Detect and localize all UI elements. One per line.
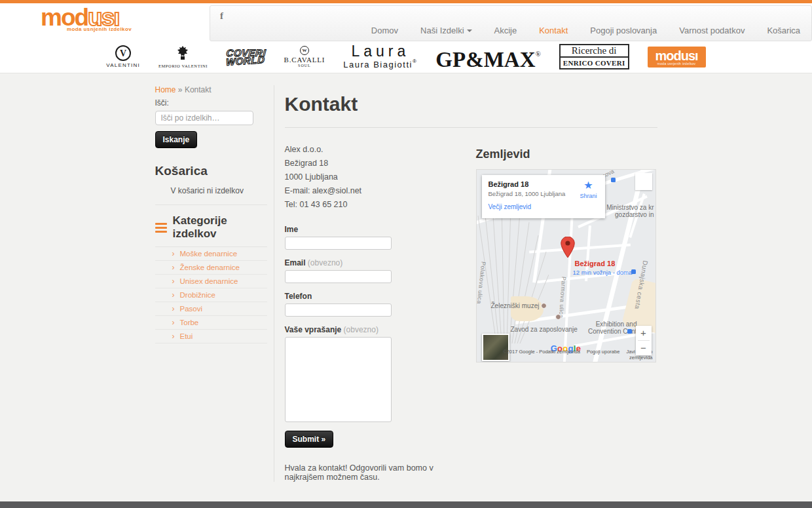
sidebar-item-zenske-denarnice[interactable]: ›Ženske denarnice: [155, 261, 267, 275]
map-title: Zemljevid: [476, 147, 657, 161]
terms-link[interactable]: Pogoji uporabe: [587, 349, 619, 355]
sidebar-item-etui[interactable]: ›Etui: [155, 330, 267, 343]
brand-modusi: modusı moda usnjenih izdelkov: [648, 47, 706, 68]
map-copyright: ©2017 Google - Podatki zemljevida: [503, 349, 580, 355]
sidebar-item-torbe[interactable]: ›Torbe: [155, 316, 267, 330]
phone-field[interactable]: [285, 303, 392, 317]
main-nav: Domov Naši Izdelki Akcije Kontakt Pogoji…: [371, 26, 800, 35]
poi-ministrstvo: Ministrstvo za kr gozdarstvo in: [606, 204, 654, 218]
sidebar-item-unisex-denarnice[interactable]: ›Unisex denarnice: [155, 275, 267, 288]
nav-item-kontakt[interactable]: Kontakt: [539, 26, 568, 35]
breadcrumb-current: Kontakt: [185, 85, 212, 94]
map-fullscreen-button[interactable]: [635, 173, 652, 190]
sidebar-item-moske-denarnice[interactable]: ›Moške denarnice: [155, 247, 267, 261]
question-required-note: (obvezno): [344, 325, 378, 334]
zoom-in-button[interactable]: +: [636, 326, 652, 340]
arrow-right-icon: ›: [172, 264, 175, 271]
poi-zavod: Zavod za zaposlovanje: [511, 326, 578, 333]
content-area: Home » Kontakt Išči: Iskanje Košarica V …: [0, 73, 812, 482]
map-pin-icon[interactable]: [561, 237, 575, 261]
breadcrumb-home-link[interactable]: Home: [155, 85, 176, 94]
search-label: Išči:: [155, 98, 267, 107]
map-info-card: Bežigrad 18 Bežigrad 18, 1000 Ljubljana …: [482, 175, 605, 218]
larger-map-link[interactable]: Večji zemljevid: [489, 203, 599, 210]
brand-logo-strip: V VALENTINI EMPORIO VALENTINI COVERI WOR…: [0, 41, 812, 73]
site-footer: Moda usnjenih izdelkov Bežigrad 18 1000 …: [0, 501, 812, 508]
page-title: Kontakt: [285, 93, 657, 115]
marker-route-label[interactable]: 12 min vožnja - doma: [573, 269, 633, 276]
name-field-label: Ime: [285, 225, 467, 234]
facebook-icon[interactable]: f: [220, 10, 223, 22]
arrow-right-icon: ›: [172, 292, 175, 298]
address-line: 1000 Ljubljana: [285, 172, 467, 182]
arrow-right-icon: ›: [172, 278, 175, 284]
brand-emporio-valentini: EMPORIO VALENTINI: [158, 46, 208, 68]
question-field[interactable]: [285, 337, 392, 422]
poi-zelezniski-muzej: Železniški muzej: [491, 302, 547, 309]
b-cavalli-emblem-icon: W: [300, 46, 309, 55]
valentini-monogram-icon: V: [115, 45, 131, 61]
address-line: E-mail: alex@siol.net: [285, 186, 467, 195]
cart-empty-text: V košarici ni izdelkov: [155, 186, 267, 205]
name-field[interactable]: [285, 237, 392, 250]
save-place-button[interactable]: ★ Shrani: [580, 180, 597, 199]
sidebar: Home » Kontakt Išči: Iskanje Košarica V …: [155, 85, 274, 482]
thanks-message: Hvala za kontakt! Odgovorili vam bomo v …: [285, 463, 467, 482]
brand-coveri-world: COVERI WORLD: [225, 49, 267, 65]
address-line: Alex d.o.o.: [285, 145, 467, 154]
breadcrumb: Home » Kontakt: [155, 85, 267, 94]
nav-item-kosarica[interactable]: Košarica: [767, 26, 800, 35]
question-field-label: Vaše vprašanje: [285, 325, 342, 334]
facebook-widget: f: [210, 5, 812, 41]
map-attribution: ©2017 Google - Podatki zemljevida Pogoji…: [477, 349, 653, 361]
email-field[interactable]: [285, 270, 392, 283]
title-divider: [285, 127, 657, 128]
breadcrumb-separator: »: [178, 85, 183, 94]
main-content: Kontakt Alex d.o.o. Bežigrad 18 1000 Lju…: [274, 85, 657, 482]
nav-item-domov[interactable]: Domov: [371, 26, 398, 35]
address-line: Tel: 01 43 65 210: [285, 200, 467, 209]
brand-ricerche-di-enrico-coveri: Ricerche di ENRICO COVERI: [559, 44, 629, 69]
contact-address: Alex d.o.o. Bežigrad 18 1000 Ljubljana E…: [285, 145, 467, 209]
nav-item-varnost-podatkov[interactable]: Varnost podatkov: [679, 26, 745, 35]
transit-stop-icon: [627, 329, 632, 334]
arrow-right-icon: ›: [172, 319, 175, 326]
nav-item-pogoji-poslovanja[interactable]: Pogoji poslovanja: [590, 26, 657, 35]
map-zoom-control: + −: [636, 326, 652, 355]
marker-label: Bežigrad 18: [575, 260, 616, 267]
contact-form: Ime Email (obvezno) Telefon Vaše vprašan…: [285, 225, 467, 448]
google-map-embed[interactable]: Bežigrad 18 Bežigrad 18, 1000 Ljubljana …: [476, 169, 656, 362]
address-line: Bežigrad 18: [285, 159, 467, 168]
museum-poi-icon: [541, 303, 547, 309]
sidebar-item-drobiznice[interactable]: ›Drobižnice: [155, 288, 267, 302]
sidebar-item-pasovi[interactable]: ›Pasovi: [155, 302, 267, 316]
nav-item-akcije[interactable]: Akcije: [494, 26, 517, 35]
cart-title: Košarica: [155, 164, 267, 178]
arrow-right-icon: ›: [172, 305, 175, 312]
brand-laura-biagiotti: Laura Laura Biagiotti®: [343, 44, 417, 69]
site-header: modusı moda usnjenih izdelkov f Domov Na…: [0, 3, 812, 41]
transit-stop-icon: [611, 178, 616, 182]
phone-field-label: Telefon: [285, 292, 467, 301]
brand-valentini: V VALENTINI: [106, 45, 140, 68]
categories-title: Kategorije izdelkov: [173, 214, 267, 241]
submit-button[interactable]: Submit »: [285, 431, 334, 448]
arrow-right-icon: ›: [172, 333, 175, 340]
nav-item-nasi-izdelki[interactable]: Naši Izdelki: [420, 26, 471, 35]
emporio-valentini-crest-icon: [177, 46, 188, 60]
brand-b-cavalli: W B.CAVALLI SOUL: [284, 46, 325, 68]
email-field-label: Email: [285, 258, 306, 267]
zavod-poi-icon: [555, 314, 561, 320]
categories-header: Kategorije izdelkov: [155, 205, 267, 247]
zoom-out-button[interactable]: −: [636, 341, 652, 355]
site-logo[interactable]: modusı moda usnjenih izdelkov: [41, 5, 132, 32]
star-icon: ★: [580, 180, 597, 191]
chevron-down-icon: [467, 29, 472, 32]
hamburger-icon: [155, 221, 167, 235]
brand-gpmax: GP&MAX®: [435, 43, 541, 71]
email-required-note: (obvezno): [308, 258, 342, 267]
search-button[interactable]: Iskanje: [155, 131, 198, 148]
arrow-right-icon: ›: [172, 250, 175, 257]
search-input[interactable]: [155, 111, 253, 125]
